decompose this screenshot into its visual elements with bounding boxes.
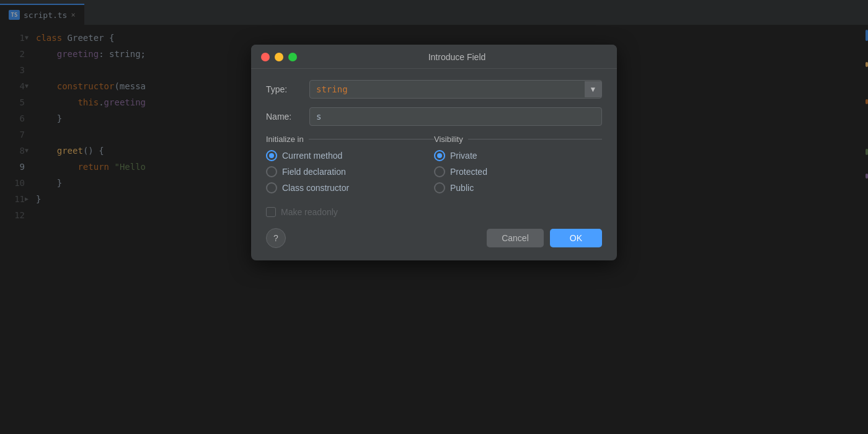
visibility-line: [468, 139, 602, 140]
type-dropdown-arrow[interactable]: ▼: [585, 81, 601, 97]
maximize-button[interactable]: [288, 53, 297, 61]
make-readonly-row: Make readonly: [266, 207, 602, 217]
initialize-in-line: [309, 139, 434, 140]
radio-field-declaration-label: Field declaration: [282, 167, 346, 177]
radio-private[interactable]: Private: [434, 150, 602, 161]
visibility-title: Visibility: [434, 135, 463, 144]
radio-private-label: Private: [450, 151, 477, 161]
cancel-button[interactable]: Cancel: [487, 229, 544, 247]
radio-public-outer: [434, 182, 445, 193]
buttons-row: ? Cancel OK: [266, 228, 602, 248]
radio-current-method-label: Current method: [282, 151, 342, 161]
make-readonly-checkbox[interactable]: [266, 207, 276, 217]
type-select-value: string: [310, 81, 585, 98]
minimize-button[interactable]: [275, 53, 283, 61]
radio-class-constructor-outer: [266, 182, 277, 193]
visibility-section: Visibility Private Protected: [434, 135, 602, 198]
help-button[interactable]: ?: [266, 228, 286, 248]
radio-protected-outer: [434, 166, 445, 177]
sections-row: Initialize in Current method Field decla…: [266, 135, 602, 198]
name-label: Name:: [266, 112, 309, 122]
dialog-titlebar: Introduce Field: [251, 45, 617, 69]
traffic-lights: [261, 53, 297, 61]
close-button[interactable]: [261, 53, 270, 61]
radio-class-constructor[interactable]: Class constructor: [266, 182, 434, 193]
radio-field-declaration-outer: [266, 166, 277, 177]
introduce-field-dialog: Introduce Field Type: string ▼ Name: Ini…: [251, 45, 617, 260]
initialize-in-section: Initialize in Current method Field decla…: [266, 135, 434, 198]
visibility-header: Visibility: [434, 135, 602, 144]
radio-public[interactable]: Public: [434, 182, 602, 193]
radio-private-outer: [434, 150, 445, 161]
type-label: Type:: [266, 84, 309, 94]
radio-field-declaration[interactable]: Field declaration: [266, 166, 434, 177]
radio-current-method[interactable]: Current method: [266, 150, 434, 161]
dialog-title: Introduce Field: [307, 52, 607, 62]
radio-private-inner: [437, 153, 442, 158]
radio-public-label: Public: [450, 183, 474, 193]
make-readonly-label: Make readonly: [281, 207, 338, 217]
initialize-in-header: Initialize in: [266, 135, 434, 144]
initialize-in-title: Initialize in: [266, 135, 304, 144]
radio-current-method-inner: [269, 153, 274, 158]
radio-current-method-outer: [266, 150, 277, 161]
type-row: Type: string ▼: [266, 80, 602, 99]
type-select[interactable]: string ▼: [309, 80, 602, 99]
name-row: Name:: [266, 107, 602, 126]
name-input[interactable]: [309, 107, 602, 126]
radio-class-constructor-label: Class constructor: [282, 183, 349, 193]
dialog-body: Type: string ▼ Name: Initialize in: [251, 69, 617, 260]
radio-protected-label: Protected: [450, 167, 487, 177]
ok-button[interactable]: OK: [550, 229, 602, 247]
radio-protected[interactable]: Protected: [434, 166, 602, 177]
